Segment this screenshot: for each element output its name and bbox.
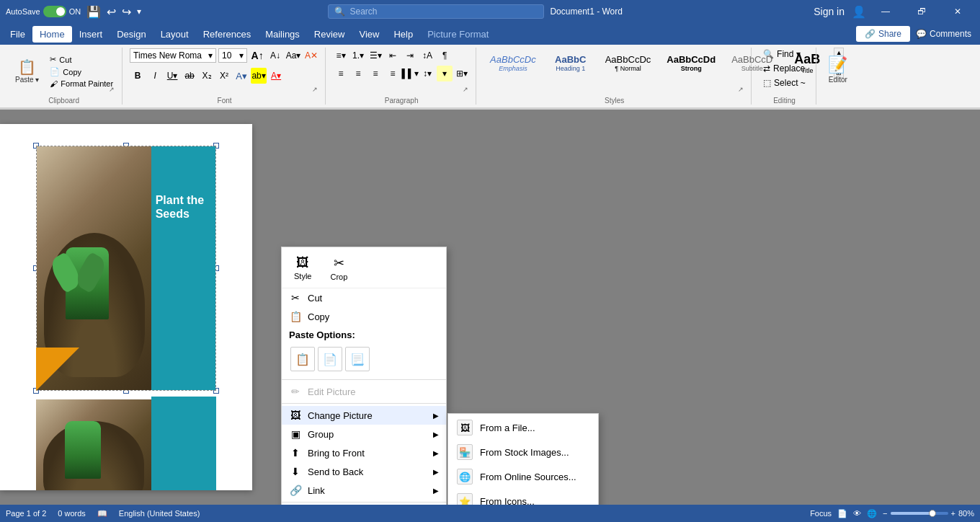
minimize-button[interactable]: — bbox=[869, 0, 902, 23]
paste-opt-2[interactable]: 📄 bbox=[318, 347, 342, 371]
numbering-button[interactable]: 1.▾ bbox=[350, 48, 366, 63]
ctx-crop-button[interactable]: ✂ Crop bbox=[322, 252, 355, 285]
menu-design[interactable]: Design bbox=[110, 26, 153, 43]
title-bar: AutoSave ON 💾 ↩ ↪ ▾ 🔍 Document1 - Word S… bbox=[0, 0, 980, 23]
profile-icon[interactable]: 👤 bbox=[852, 5, 866, 19]
replace-button[interactable]: ⇄ Replace bbox=[759, 62, 810, 75]
font-expand[interactable]: ↗ bbox=[312, 86, 318, 93]
menu-picture-format[interactable]: Picture Format bbox=[420, 26, 496, 43]
superscript-button[interactable]: X² bbox=[216, 68, 232, 84]
ctx-style-button[interactable]: 🖼 Style bbox=[286, 252, 319, 285]
shading-button[interactable]: ▾ bbox=[437, 66, 453, 81]
menu-mailings[interactable]: Mailings bbox=[258, 26, 307, 43]
paragraph-expand[interactable]: ↗ bbox=[463, 86, 468, 93]
zoom-in-button[interactable]: + bbox=[951, 509, 956, 518]
ctx-bring-front-item[interactable]: ⬆ Bring to Front ▶ bbox=[282, 443, 446, 462]
menu-view[interactable]: View bbox=[352, 26, 386, 43]
ctx-copy-item[interactable]: 📋 Copy bbox=[282, 307, 446, 326]
bold-button[interactable]: B bbox=[130, 68, 146, 84]
menu-file[interactable]: File bbox=[3, 26, 32, 43]
paste-button[interactable]: 📋 Paste ▾ bbox=[12, 58, 43, 86]
strikethrough-button[interactable]: ab bbox=[182, 68, 197, 84]
zoom-thumb[interactable] bbox=[929, 510, 936, 517]
view-layout-icon[interactable]: 📄 bbox=[837, 509, 847, 518]
font-shrink-button[interactable]: A↓ bbox=[267, 48, 283, 63]
autosave-toggle[interactable]: AutoSave ON bbox=[6, 6, 81, 17]
clipboard-expand[interactable]: ↗ bbox=[109, 86, 115, 93]
close-button[interactable]: ✕ bbox=[941, 0, 974, 23]
proofing-icon[interactable]: 📖 bbox=[97, 509, 107, 518]
replace-icon: ⇄ bbox=[763, 63, 770, 74]
menu-layout[interactable]: Layout bbox=[153, 26, 196, 43]
bullets-button[interactable]: ≡▾ bbox=[333, 48, 349, 63]
image-container[interactable]: Plant the Seeds bbox=[36, 146, 216, 391]
undo-icon[interactable]: ↩ bbox=[107, 5, 116, 19]
align-left-button[interactable]: ≡ bbox=[333, 66, 349, 81]
zoom-slider[interactable] bbox=[891, 512, 948, 515]
ctx-cut-item[interactable]: ✂ Cut bbox=[282, 288, 446, 307]
sort-button[interactable]: ↕A bbox=[419, 48, 435, 63]
search-box[interactable]: 🔍 bbox=[328, 4, 544, 19]
decrease-indent-button[interactable]: ⇤ bbox=[385, 48, 401, 63]
line-spacing-button[interactable]: ↕▾ bbox=[419, 66, 435, 81]
underline-button[interactable]: U▾ bbox=[164, 68, 180, 84]
show-hide-button[interactable]: ¶ bbox=[437, 48, 453, 63]
submenu-from-file[interactable]: 🖼 From a File... bbox=[448, 415, 598, 440]
style-heading1[interactable]: AaBbC Heading 1 bbox=[545, 50, 596, 76]
multilevel-button[interactable]: ☰▾ bbox=[368, 48, 383, 63]
menu-references[interactable]: References bbox=[196, 26, 258, 43]
separator-3 bbox=[282, 502, 446, 503]
menu-help[interactable]: Help bbox=[386, 26, 420, 43]
menu-insert[interactable]: Insert bbox=[72, 26, 110, 43]
view-web-icon[interactable]: 🌐 bbox=[867, 509, 877, 518]
save-icon[interactable]: 💾 bbox=[86, 5, 101, 19]
menu-home[interactable]: Home bbox=[32, 26, 72, 43]
comments-button[interactable]: 💬 Comments bbox=[910, 26, 977, 42]
ctx-group-item[interactable]: ▣ Group ▶ bbox=[282, 425, 446, 443]
align-right-button[interactable]: ≡ bbox=[368, 66, 383, 81]
ctx-change-picture-item[interactable]: 🖼 Change Picture ▶ bbox=[282, 406, 446, 425]
align-center-button[interactable]: ≡ bbox=[350, 66, 366, 81]
view-read-icon[interactable]: 👁 bbox=[853, 509, 861, 518]
zoom-out-button[interactable]: − bbox=[883, 509, 887, 518]
ctx-send-back-item[interactable]: ⬇ Send to Back ▶ bbox=[282, 462, 446, 481]
text-effects-button[interactable]: A▾ bbox=[233, 68, 249, 84]
format-painter-button[interactable]: 🖌 Format Painter bbox=[47, 79, 116, 89]
increase-indent-button[interactable]: ⇥ bbox=[402, 48, 418, 63]
font-color-button[interactable]: A▾ bbox=[268, 68, 284, 84]
paste-opt-1[interactable]: 📋 bbox=[290, 347, 315, 371]
styles-expand[interactable]: ↗ bbox=[738, 86, 744, 93]
style-normal[interactable]: AaBbCcDc ¶ Normal bbox=[599, 50, 658, 76]
submenu-from-online[interactable]: 🌐 From Online Sources... bbox=[448, 464, 598, 489]
redo-icon[interactable]: ↪ bbox=[122, 5, 131, 19]
search-input[interactable] bbox=[349, 6, 494, 17]
columns-button[interactable]: ▌▌▾ bbox=[402, 66, 418, 81]
select-button[interactable]: ⬚ Select ~ bbox=[759, 76, 810, 89]
submenu-from-icons[interactable]: ⭐ From Icons... bbox=[448, 489, 598, 505]
cut-button[interactable]: ✂ Cut bbox=[47, 54, 116, 65]
font-size-dropdown[interactable]: 10 ▾ bbox=[218, 48, 247, 63]
ctx-link-item[interactable]: 🔗 Link ▶ bbox=[282, 481, 446, 500]
menu-review[interactable]: Review bbox=[307, 26, 352, 43]
style-emphasis[interactable]: AaBbCcDc Emphasis bbox=[484, 50, 543, 76]
maximize-button[interactable]: 🗗 bbox=[905, 0, 938, 23]
share-button[interactable]: 🔗 Share bbox=[856, 26, 910, 42]
justify-button[interactable]: ≡ bbox=[385, 66, 401, 81]
signin-button[interactable]: Sign in bbox=[809, 4, 849, 19]
style-strong[interactable]: AaBbCcDd Strong bbox=[660, 50, 722, 76]
italic-button[interactable]: I bbox=[147, 68, 163, 84]
find-button[interactable]: 🔍 Find ▾ bbox=[759, 48, 810, 61]
subscript-button[interactable]: X₂ bbox=[199, 68, 215, 84]
change-case-button[interactable]: Aa▾ bbox=[285, 48, 301, 63]
submenu-from-stock[interactable]: 🏪 From Stock Images... bbox=[448, 440, 598, 464]
paste-opt-3[interactable]: 📃 bbox=[345, 347, 370, 371]
clear-format-button[interactable]: A✕ bbox=[303, 48, 319, 63]
autosave-pill[interactable] bbox=[43, 6, 66, 17]
borders-button[interactable]: ⊞▾ bbox=[454, 66, 470, 81]
font-grow-button[interactable]: A↑ bbox=[249, 48, 265, 63]
focus-button[interactable]: Focus bbox=[810, 509, 832, 518]
editor-button[interactable]: 📝 Editor bbox=[824, 48, 852, 91]
copy-button[interactable]: 📄 Copy bbox=[47, 66, 116, 77]
font-name-dropdown[interactable]: Times New Roma ▾ bbox=[130, 48, 216, 63]
highlight-button[interactable]: ab▾ bbox=[251, 68, 267, 84]
